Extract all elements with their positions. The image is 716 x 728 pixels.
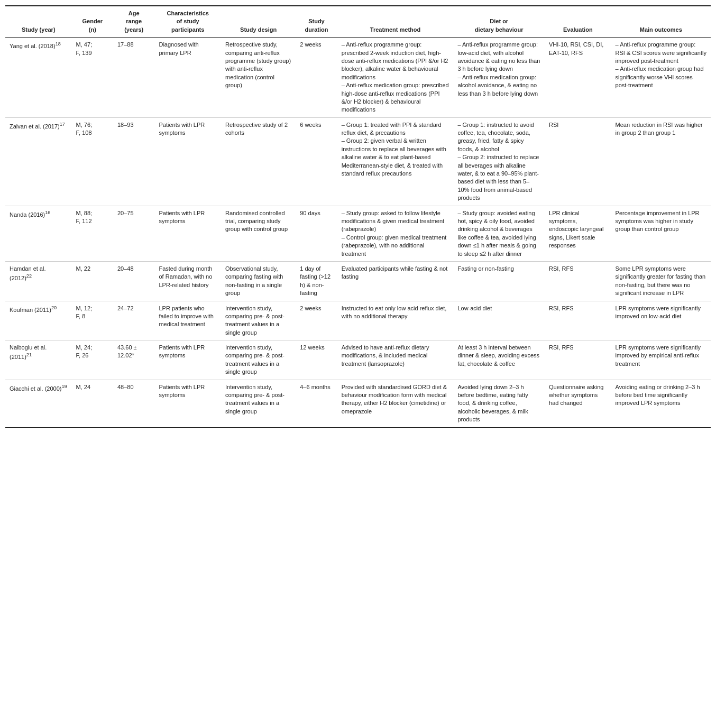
cell-age: 48–80 (113, 380, 154, 427)
cell-study: Zalvan et al. (2017)17 (5, 117, 72, 206)
cell-age: 17–88 (113, 38, 154, 118)
table-row: Hamdan et al. (2012)22M, 2220–48Fasted d… (5, 261, 711, 301)
table-row: Nanda (2016)16M, 88;F, 11220–75Patients … (5, 206, 711, 261)
cell-evaluation: RSI, RFS (545, 301, 611, 340)
col-header-age: Agerange(years) (113, 6, 154, 38)
cell-characteristics: Patients with LPR symptoms (154, 340, 221, 380)
cell-gender: M, 12;F, 8 (72, 301, 113, 340)
cell-outcomes: Percentage improvement in LPR symptoms w… (611, 206, 711, 261)
cell-duration: 4–6 months (296, 380, 337, 427)
cell-outcomes: LPR symptoms were significantly improved… (611, 301, 711, 340)
cell-evaluation: RSI (545, 117, 611, 206)
col-header-study: Study (year) (5, 6, 72, 38)
cell-duration: 12 weeks (296, 340, 337, 380)
cell-duration: 2 weeks (296, 301, 337, 340)
cell-diet: – Group 1: instructed to avoid coffee, t… (453, 117, 545, 206)
table-row: Koufman (2011)20M, 12;F, 824–72LPR patie… (5, 301, 711, 340)
cell-characteristics: Patients with LPR symptoms (154, 380, 221, 427)
cell-treatment: Provided with standardised GORD diet & b… (337, 380, 454, 427)
cell-gender: M, 22 (72, 261, 113, 301)
cell-gender: M, 76;F, 108 (72, 117, 113, 206)
cell-treatment: Evaluated participants while fasting & n… (337, 261, 454, 301)
cell-gender: M, 24 (72, 380, 113, 427)
cell-study: Nanda (2016)16 (5, 206, 72, 261)
cell-design: Intervention study, comparing pre- & pos… (221, 380, 296, 427)
cell-diet: At least 3 h interval between dinner & s… (453, 340, 545, 380)
cell-outcomes: – Anti-reflux programme group: RSI & CSI… (611, 38, 711, 118)
cell-treatment: Instructed to eat only low acid reflux d… (337, 301, 454, 340)
cell-design: Randomised controlled trial, comparing s… (221, 206, 296, 261)
cell-characteristics: Fasted during month of Ramadan, with no … (154, 261, 221, 301)
cell-characteristics: Patients with LPR symptoms (154, 117, 221, 206)
col-header-treatment: Treatment method (337, 6, 454, 38)
cell-diet: – Study group: avoided eating hot, spicy… (453, 206, 545, 261)
cell-outcomes: Avoiding eating or drinking 2–3 h before… (611, 380, 711, 427)
cell-design: Intervention study, comparing pre- & pos… (221, 301, 296, 340)
cell-age: 20–75 (113, 206, 154, 261)
cell-age: 18–93 (113, 117, 154, 206)
cell-outcomes: Some LPR symptoms were significantly gre… (611, 261, 711, 301)
cell-diet: Low-acid diet (453, 301, 545, 340)
cell-gender: M, 88;F, 112 (72, 206, 113, 261)
cell-evaluation: VHI-10, RSI, CSI, DI, EAT-10, RFS (545, 38, 611, 118)
cell-age: 43.60 ± 12.02* (113, 340, 154, 380)
cell-outcomes: LPR symptoms were significantly improved… (611, 340, 711, 380)
cell-diet: – Anti-reflux programme group: low-acid … (453, 38, 545, 118)
cell-age: 24–72 (113, 301, 154, 340)
cell-duration: 2 weeks (296, 38, 337, 118)
cell-evaluation: Questionnaire asking whether symptoms ha… (545, 380, 611, 427)
col-header-gender: Gender(n) (72, 6, 113, 38)
cell-study: Naiboglu et al. (2011)21 (5, 340, 72, 380)
cell-design: Intervention study, comparing pre- & pos… (221, 340, 296, 380)
cell-study: Koufman (2011)20 (5, 301, 72, 340)
cell-design: Observational study, comparing fasting w… (221, 261, 296, 301)
cell-treatment: – Anti-reflux programme group: prescribe… (337, 38, 454, 118)
table-row: Naiboglu et al. (2011)21M, 24;F, 2643.60… (5, 340, 711, 380)
cell-treatment: – Study group: asked to follow lifestyle… (337, 206, 454, 261)
cell-gender: M, 47;F, 139 (72, 38, 113, 118)
col-header-diet: Diet ordietary behaviour (453, 6, 545, 38)
cell-characteristics: LPR patients who failed to improve with … (154, 301, 221, 340)
cell-duration: 90 days (296, 206, 337, 261)
cell-gender: M, 24;F, 26 (72, 340, 113, 380)
cell-design: Retrospective study, comparing anti-refl… (221, 38, 296, 118)
cell-evaluation: LPR clinical symptoms, endoscopic laryng… (545, 206, 611, 261)
table-row: Yang et al. (2018)18M, 47;F, 13917–88Dia… (5, 38, 711, 118)
table-row: Zalvan et al. (2017)17M, 76;F, 10818–93P… (5, 117, 711, 206)
cell-outcomes: Mean reduction in RSI was higher in grou… (611, 117, 711, 206)
col-header-duration: Studyduration (296, 6, 337, 38)
cell-diet: Avoided lying down 2–3 h before bedtime,… (453, 380, 545, 427)
col-header-evaluation: Evaluation (545, 6, 611, 38)
study-table: Study (year) Gender(n) Agerange(years) C… (5, 5, 711, 428)
table-header-row: Study (year) Gender(n) Agerange(years) C… (5, 6, 711, 38)
col-header-characteristics: Characteristicsof studyparticipants (154, 6, 221, 38)
cell-treatment: – Group 1: treated with PPI & standard r… (337, 117, 454, 206)
cell-evaluation: RSI, RFS (545, 261, 611, 301)
cell-diet: Fasting or non-fasting (453, 261, 545, 301)
cell-duration: 1 day of fasting (>12 h) & non-fasting (296, 261, 337, 301)
cell-characteristics: Patients with LPR symptoms (154, 206, 221, 261)
cell-characteristics: Diagnosed with primary LPR (154, 38, 221, 118)
cell-age: 20–48 (113, 261, 154, 301)
col-header-design: Study design (221, 6, 296, 38)
cell-duration: 6 weeks (296, 117, 337, 206)
cell-study: Hamdan et al. (2012)22 (5, 261, 72, 301)
cell-study: Giacchi et al. (2000)19 (5, 380, 72, 427)
cell-evaluation: RSI, RFS (545, 340, 611, 380)
col-header-outcomes: Main outcomes (611, 6, 711, 38)
cell-study: Yang et al. (2018)18 (5, 38, 72, 118)
table-row: Giacchi et al. (2000)19M, 2448–80Patient… (5, 380, 711, 427)
cell-design: Retrospective study of 2 cohorts (221, 117, 296, 206)
cell-treatment: Advised to have anti-reflux dietary modi… (337, 340, 454, 380)
